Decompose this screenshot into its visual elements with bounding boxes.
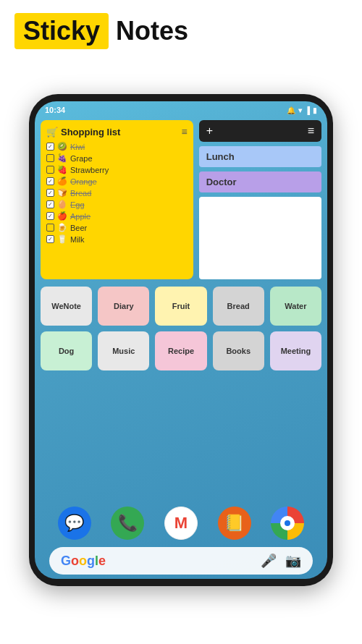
app-row-1: WeNote Diary Fruit Bread Water (41, 287, 321, 326)
dock-chrome[interactable] (271, 507, 304, 540)
dock-phone[interactable]: 📞 (111, 507, 144, 540)
app-tile-diary[interactable]: Diary (98, 287, 149, 326)
status-bar: 10:34 🔔 ▾ ▐ ▮ (35, 101, 327, 116)
sticky-label: Sticky (14, 13, 109, 49)
phone-screen: 10:34 🔔 ▾ ▐ ▮ 🛒 Shopping list ≡ (35, 101, 327, 579)
phone-frame: 10:34 🔔 ▾ ▐ ▮ 🛒 Shopping list ≡ (29, 94, 333, 586)
list-item: 🍓 Strawberry (46, 165, 188, 174)
status-icons: 🔔 ▾ ▐ ▮ (287, 106, 317, 114)
widgets-area: 🛒 Shopping list ≡ 🥝 Kiwi 🍇 Grape (35, 116, 327, 279)
dock-gmail[interactable]: M (164, 507, 198, 540)
app-tile-fruit[interactable]: Fruit (155, 287, 206, 326)
app-tile-recipe[interactable]: Recipe (155, 331, 206, 370)
contacts-icon: 📒 (224, 514, 244, 533)
wifi-icon: ▾ (298, 106, 302, 114)
app-tile-water[interactable]: Water (270, 287, 321, 326)
checkbox-strawberry[interactable] (46, 166, 54, 174)
app-grid: WeNote Diary Fruit Bread Water Dog (35, 279, 327, 381)
checkbox-orange[interactable] (46, 177, 54, 185)
status-time: 10:34 (45, 106, 65, 114)
note-doctor[interactable]: Doctor (199, 171, 321, 192)
checkbox-kiwi[interactable] (46, 143, 54, 151)
checkbox-egg[interactable] (46, 200, 54, 208)
list-item: 🍺 Beer (46, 223, 188, 232)
widget-title: 🛒 Shopping list (46, 127, 120, 137)
list-item: 🍊 Orange (46, 177, 188, 186)
list-item: 🍎 Apple (46, 211, 188, 221)
app-tile-dog[interactable]: Dog (41, 331, 92, 370)
app-tile-meeting[interactable]: Meeting (270, 331, 321, 370)
notes-label: Notes (116, 16, 188, 46)
dock: 💬 📞 M 📒 (41, 502, 321, 544)
widget-menu-icon[interactable]: ≡ (182, 126, 188, 137)
app-tile-wenote[interactable]: WeNote (41, 287, 92, 326)
checkbox-bread[interactable] (46, 189, 54, 197)
dock-messages[interactable]: 💬 (58, 507, 91, 540)
checkbox-milk[interactable] (46, 235, 54, 243)
app-row-2: Dog Music Recipe Books Meeting (41, 331, 321, 370)
notes-panel-widget[interactable]: + ≡ Lunch Doctor (199, 120, 321, 279)
widget-header: 🛒 Shopping list ≡ (46, 126, 188, 137)
list-item: 🥛 Milk (46, 234, 188, 244)
list-item: 🥚 Egg (46, 200, 188, 209)
sort-button[interactable]: ≡ (308, 124, 314, 137)
app-tile-bread[interactable]: Bread (213, 287, 264, 326)
list-item: 🍇 Grape (46, 153, 188, 163)
search-bar[interactable]: Google 🎤 📷 (49, 547, 313, 575)
dock-contacts[interactable]: 📒 (218, 507, 251, 540)
gmail-icon: M (174, 514, 188, 533)
phone-icon: 📞 (118, 514, 138, 533)
note-lunch[interactable]: Lunch (199, 146, 321, 167)
messages-icon: 💬 (64, 514, 84, 533)
app-header: Sticky Notes (0, 0, 362, 56)
mic-icon[interactable]: 🎤 (261, 553, 277, 569)
list-item: 🥝 Kiwi (46, 142, 188, 151)
checkbox-beer[interactable] (46, 224, 54, 232)
google-logo: Google (61, 554, 106, 569)
checkbox-apple[interactable] (46, 212, 54, 220)
signal-icon: ▐ (305, 106, 310, 114)
app-tile-music[interactable]: Music (98, 331, 149, 370)
list-item: 🍞 Bread (46, 188, 188, 198)
camera-icon[interactable]: 📷 (285, 553, 301, 569)
alarm-icon: 🔔 (287, 106, 295, 114)
battery-icon: ▮ (313, 106, 317, 114)
checkbox-grape[interactable] (46, 154, 54, 162)
add-note-button[interactable]: + (206, 124, 213, 137)
app-tile-books[interactable]: Books (213, 331, 264, 370)
shopping-widget[interactable]: 🛒 Shopping list ≡ 🥝 Kiwi 🍇 Grape (41, 120, 193, 279)
cart-icon: 🛒 (46, 127, 58, 137)
search-action-icons: 🎤 📷 (261, 553, 301, 569)
note-blank (199, 197, 321, 279)
panel-header: + ≡ (199, 120, 321, 142)
